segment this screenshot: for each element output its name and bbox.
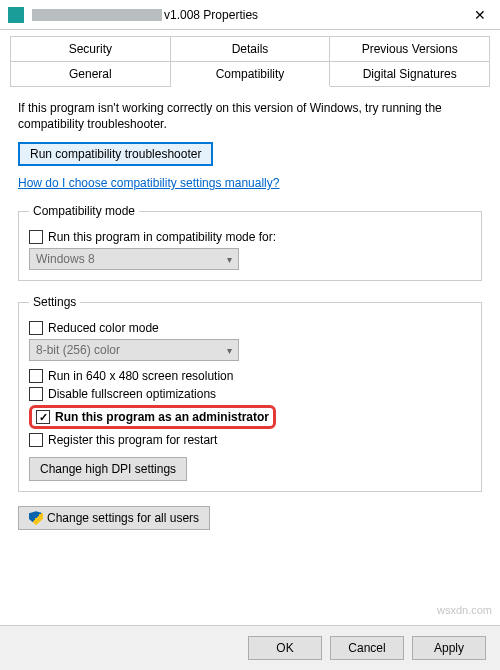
tabs-container: Security Details Previous Versions Gener… <box>0 30 500 87</box>
app-icon <box>8 7 24 23</box>
dialog-buttons: OK Cancel Apply <box>0 625 500 670</box>
titlebar: v1.008 Properties ✕ <box>0 0 500 30</box>
ok-button[interactable]: OK <box>248 636 322 660</box>
change-all-users-button[interactable]: Change settings for all users <box>18 506 210 530</box>
compat-mode-value: Windows 8 <box>36 252 95 266</box>
settings-group: Settings Reduced color mode 8-bit (256) … <box>18 295 482 492</box>
checkbox-icon <box>36 410 50 424</box>
settings-legend: Settings <box>29 295 80 309</box>
disable-fullscreen-checkbox[interactable]: Disable fullscreen optimizations <box>29 387 471 401</box>
close-button[interactable]: ✕ <box>460 0 500 30</box>
redacted-name <box>32 9 162 21</box>
tab-compatibility[interactable]: Compatibility <box>171 61 331 87</box>
watermark: wsxdn.com <box>437 604 492 616</box>
register-restart-label: Register this program for restart <box>48 433 217 447</box>
run-as-admin-row[interactable]: Run this program as an administrator <box>29 405 471 429</box>
compat-mode-checkbox[interactable]: Run this program in compatibility mode f… <box>29 230 471 244</box>
change-dpi-button[interactable]: Change high DPI settings <box>29 457 187 481</box>
compat-mode-label: Run this program in compatibility mode f… <box>48 230 276 244</box>
compat-mode-select[interactable]: Windows 8 ▾ <box>29 248 239 270</box>
checkbox-icon <box>29 369 43 383</box>
reduced-color-checkbox[interactable]: Reduced color mode <box>29 321 471 335</box>
color-depth-value: 8-bit (256) color <box>36 343 120 357</box>
disable-fullscreen-label: Disable fullscreen optimizations <box>48 387 216 401</box>
run-troubleshooter-button[interactable]: Run compatibility troubleshooter <box>18 142 213 166</box>
checkbox-icon <box>29 387 43 401</box>
run-as-admin-label: Run this program as an administrator <box>55 410 269 424</box>
checkbox-icon <box>29 230 43 244</box>
tab-panel-compatibility: If this program isn't working correctly … <box>0 87 500 530</box>
tab-security[interactable]: Security <box>10 36 171 61</box>
tab-general[interactable]: General <box>10 61 171 87</box>
window-title: v1.008 Properties <box>32 8 492 22</box>
reduced-color-label: Reduced color mode <box>48 321 159 335</box>
shield-icon <box>29 511 43 525</box>
tab-previous-versions[interactable]: Previous Versions <box>330 36 490 61</box>
tab-digital-signatures[interactable]: Digital Signatures <box>330 61 490 87</box>
chevron-down-icon: ▾ <box>227 254 232 265</box>
cancel-button[interactable]: Cancel <box>330 636 404 660</box>
change-all-users-label: Change settings for all users <box>47 511 199 525</box>
help-link[interactable]: How do I choose compatibility settings m… <box>18 176 279 190</box>
run-640-checkbox[interactable]: Run in 640 x 480 screen resolution <box>29 369 471 383</box>
compatibility-mode-legend: Compatibility mode <box>29 204 139 218</box>
apply-button[interactable]: Apply <box>412 636 486 660</box>
run-640-label: Run in 640 x 480 screen resolution <box>48 369 233 383</box>
register-restart-checkbox[interactable]: Register this program for restart <box>29 433 471 447</box>
tab-details[interactable]: Details <box>171 36 331 61</box>
chevron-down-icon: ▾ <box>227 345 232 356</box>
color-depth-select[interactable]: 8-bit (256) color ▾ <box>29 339 239 361</box>
compatibility-mode-group: Compatibility mode Run this program in c… <box>18 204 482 281</box>
checkbox-icon <box>29 433 43 447</box>
run-as-admin-highlight: Run this program as an administrator <box>29 405 276 429</box>
intro-text: If this program isn't working correctly … <box>18 101 482 132</box>
checkbox-icon <box>29 321 43 335</box>
